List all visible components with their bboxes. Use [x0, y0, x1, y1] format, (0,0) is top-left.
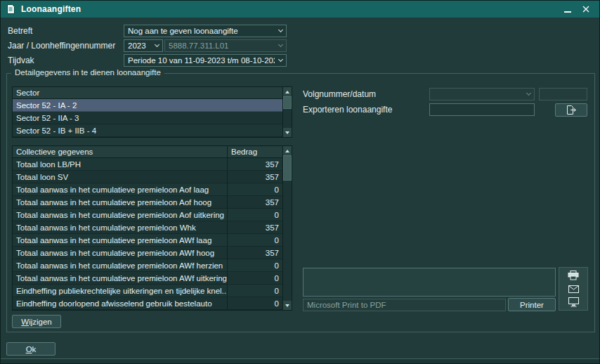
scroll-down-icon[interactable] [283, 301, 292, 310]
table-row[interactable]: Totaal aanwas in het cumulatieve premiel… [13, 259, 282, 272]
table-row[interactable]: Totaal aanwas in het cumulatieve premiel… [13, 272, 282, 285]
minimize-icon [564, 11, 571, 13]
table-row[interactable]: Eindheffing doorlopend afwisselend gebru… [13, 297, 282, 310]
sector-column-header[interactable]: Sector [13, 89, 282, 97]
betreft-select[interactable]: Nog aan te geven loonaangifte [124, 25, 287, 37]
table-row[interactable]: Totaal aanwas in het cumulatieve premiel… [13, 221, 282, 234]
export-icon [566, 105, 577, 115]
window-title: Loonaangiften [21, 4, 81, 14]
minimize-button[interactable] [559, 1, 577, 18]
wijzigen-button[interactable]: Wijzigen [12, 315, 61, 328]
sector-row[interactable]: Sector 52 - IIA - 3 [13, 112, 282, 124]
groupbox-title: Detailgegevens in te dienen loonaangifte [11, 68, 164, 77]
titlebar: Loonaangiften [1, 1, 599, 18]
chevron-down-icon [523, 89, 534, 100]
scroll-up-icon[interactable] [283, 146, 292, 155]
table-row[interactable]: Totaal aanwas in het cumulatieve premiel… [13, 183, 282, 196]
sector-row[interactable]: Sector 52 - IB + IIB - 4 [13, 124, 282, 137]
betreft-label: Betreft [8, 27, 32, 36]
export-button[interactable] [555, 103, 587, 117]
chevron-down-icon [275, 40, 286, 51]
window-bottom-edge [1, 358, 599, 364]
volgnummer-datum-field[interactable] [539, 88, 587, 100]
table-row[interactable]: Totaal loon LB/PH 357 [13, 158, 282, 171]
scroll-up-icon[interactable] [283, 87, 292, 96]
tijdvak-label: Tijdvak [8, 56, 34, 65]
email-button[interactable] [559, 282, 587, 296]
print-button[interactable] [559, 269, 587, 282]
printer-button[interactable]: Printer [508, 298, 556, 311]
sector-scrollbar[interactable] [282, 87, 292, 137]
chevron-down-icon [275, 25, 286, 37]
table-row[interactable]: Totaal aanwas in het cumulatieve premiel… [13, 234, 282, 247]
mail-icon [568, 285, 579, 293]
sector-row[interactable]: Sector 52 - IA - 2 [13, 99, 282, 112]
collectief-scrollbar[interactable] [282, 146, 292, 310]
output-info-box[interactable] [303, 268, 556, 297]
app-icon [5, 4, 16, 15]
chevron-down-icon [275, 55, 286, 66]
screen-button[interactable] [559, 295, 587, 308]
scroll-thumb[interactable] [283, 96, 292, 109]
table-row[interactable]: Totaal aanwas in het cumulatieve premiel… [13, 196, 282, 209]
volgnummer-select[interactable] [429, 88, 535, 100]
table-row[interactable]: Totaal aanwas in het cumulatieve premiel… [13, 209, 282, 221]
chevron-down-icon [151, 40, 162, 51]
printer-icon [568, 271, 579, 280]
printer-name-field[interactable]: Microsoft Print to PDF [303, 299, 506, 311]
exporteren-label: Exporteren loonaangifte [303, 105, 392, 115]
close-icon [582, 6, 589, 13]
loonaangiften-window: Loonaangiften Betreft Nog aan te geven l… [0, 0, 600, 364]
exporteren-input[interactable] [429, 103, 535, 116]
scroll-thumb[interactable] [283, 155, 292, 181]
jaar-select[interactable]: 2023 [124, 39, 163, 52]
table-row[interactable]: Totaal aanwas in het cumulatieve premiel… [13, 247, 282, 259]
close-button[interactable] [577, 1, 595, 18]
jaar-label: Jaar / Loonheffingennummer [8, 41, 115, 51]
collectief-column-header[interactable]: Collectieve gegevens [13, 146, 228, 157]
monitor-icon [568, 297, 579, 307]
table-row[interactable]: Totaal loon SV 357 [13, 171, 282, 183]
volgnummer-label: Volgnummer/datum [303, 90, 376, 99]
output-options-panel [559, 267, 588, 311]
loonheffingennummer-select[interactable]: 5888.77.311.L01 [164, 39, 287, 52]
bedrag-column-header[interactable]: Bedrag [228, 148, 282, 156]
ok-button[interactable]: Ok [6, 342, 56, 356]
collectief-table: Collectieve gegevens Bedrag Totaal loon … [12, 145, 292, 311]
tijdvak-select[interactable]: Periode 10 van 11-09-2023 t/m 08-10-2023 [124, 54, 287, 67]
table-row[interactable]: Eindheffing publiekrechtelijke uitkering… [13, 285, 282, 297]
sector-table: Sector Sector 52 - IA - 2 Sector 52 - II… [12, 86, 292, 138]
scroll-down-icon[interactable] [283, 128, 292, 137]
